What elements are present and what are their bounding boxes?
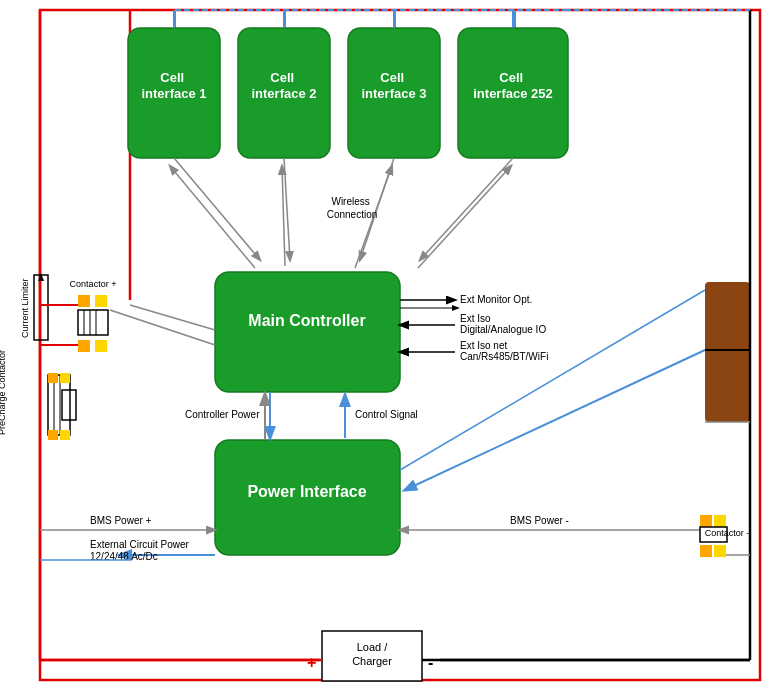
- svg-rect-67: [48, 430, 58, 440]
- diagram-container: Cell interface 1 Cell interface 2 Cell i…: [0, 0, 775, 696]
- svg-text:BMS Power +: BMS Power +: [90, 515, 152, 526]
- svg-text:Ext Iso: Ext Iso: [460, 313, 491, 324]
- svg-text:Charger: Charger: [352, 655, 392, 667]
- svg-line-102: [400, 290, 705, 470]
- svg-text:Digital/Analogue IO: Digital/Analogue IO: [460, 324, 546, 335]
- svg-rect-48: [78, 295, 90, 307]
- svg-rect-41: [705, 282, 750, 422]
- svg-line-59: [130, 305, 215, 330]
- svg-rect-82: [714, 515, 726, 527]
- svg-text:Current Limiter: Current Limiter: [20, 278, 30, 338]
- svg-rect-81: [700, 515, 712, 527]
- svg-rect-65: [48, 373, 58, 383]
- svg-text:Can/Rs485/BT/WiFi: Can/Rs485/BT/WiFi: [460, 351, 548, 362]
- svg-line-18: [420, 158, 513, 260]
- svg-rect-50: [95, 295, 107, 307]
- svg-text:Contactor -: Contactor -: [705, 528, 750, 538]
- diagram-svg: Cell interface 1 Cell interface 2 Cell i…: [0, 0, 775, 696]
- svg-text:Ext Iso net: Ext Iso net: [460, 340, 507, 351]
- svg-rect-63: [62, 390, 76, 420]
- svg-text:Main Controller: Main Controller: [248, 312, 365, 329]
- svg-line-20: [282, 166, 285, 266]
- svg-line-78: [405, 350, 705, 490]
- svg-rect-68: [60, 430, 70, 440]
- svg-text:BMS Power -: BMS Power -: [510, 515, 569, 526]
- svg-text:External Circuit Power: External Circuit Power: [90, 539, 190, 550]
- svg-rect-83: [700, 545, 712, 557]
- svg-text:Load /: Load /: [357, 641, 389, 653]
- svg-text:Contactor +: Contactor +: [70, 279, 117, 289]
- svg-line-22: [418, 166, 511, 268]
- svg-text:Ext Monitor Opt.: Ext Monitor Opt.: [460, 294, 532, 305]
- svg-rect-49: [78, 340, 90, 352]
- svg-text:Controller Power: Controller Power: [185, 409, 260, 420]
- svg-line-19: [170, 166, 255, 268]
- svg-rect-51: [95, 340, 107, 352]
- svg-line-15: [174, 158, 260, 260]
- svg-text:Wireless
      Connection: Wireless Connection: [327, 196, 378, 220]
- svg-text:PreCharge Contactor: PreCharge Contactor: [0, 350, 7, 435]
- svg-rect-84: [714, 545, 726, 557]
- svg-text:Current Sensor: Current Sensor: [747, 316, 758, 389]
- svg-text:Power Interface: Power Interface: [247, 483, 366, 500]
- svg-rect-52: [78, 310, 108, 335]
- svg-text:+: +: [307, 654, 316, 671]
- svg-text:Control Signal: Control Signal: [355, 409, 418, 420]
- svg-rect-24: [215, 272, 400, 392]
- svg-rect-60: [48, 375, 70, 435]
- svg-text:-: -: [428, 654, 433, 671]
- svg-rect-66: [60, 373, 70, 383]
